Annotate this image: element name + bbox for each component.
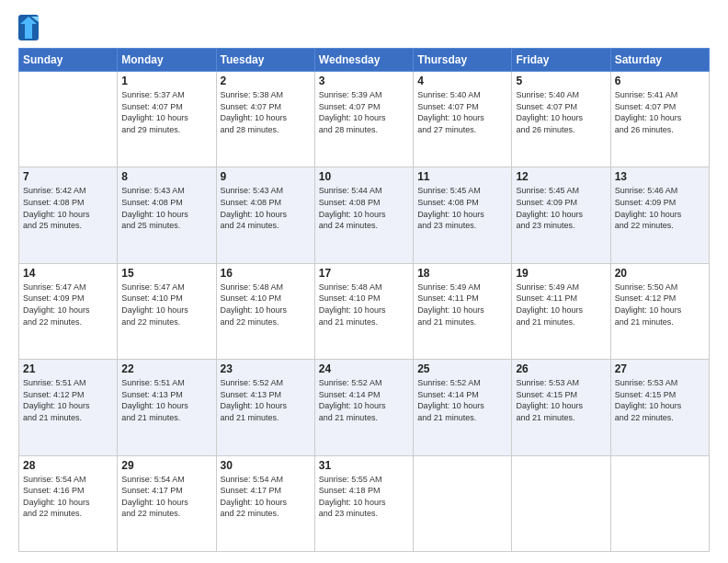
day-info: Sunrise: 5:43 AM Sunset: 4:08 PM Dayligh… — [221, 185, 311, 231]
day-number: 14 — [23, 267, 113, 280]
day-info: Sunrise: 5:37 AM Sunset: 4:07 PM Dayligh… — [121, 89, 211, 135]
day-number: 21 — [23, 362, 113, 375]
day-number: 6 — [615, 75, 705, 87]
day-number: 19 — [516, 267, 606, 280]
calendar-cell: 2Sunrise: 5:38 AM Sunset: 4:07 PM Daylig… — [216, 72, 314, 167]
day-info: Sunrise: 5:38 AM Sunset: 4:07 PM Dayligh… — [221, 89, 311, 135]
calendar-week-row: 21Sunrise: 5:51 AM Sunset: 4:12 PM Dayli… — [19, 360, 710, 455]
day-info: Sunrise: 5:47 AM Sunset: 4:09 PM Dayligh… — [23, 282, 113, 327]
calendar-cell: 18Sunrise: 5:49 AM Sunset: 4:11 PM Dayli… — [414, 263, 512, 359]
day-number: 30 — [221, 459, 311, 472]
day-info: Sunrise: 5:55 AM Sunset: 4:18 PM Dayligh… — [319, 474, 409, 520]
calendar-cell: 19Sunrise: 5:49 AM Sunset: 4:11 PM Dayli… — [512, 263, 610, 359]
day-number: 2 — [221, 75, 311, 87]
day-number: 31 — [319, 459, 409, 472]
calendar-cell: 9Sunrise: 5:43 AM Sunset: 4:08 PM Daylig… — [216, 167, 314, 263]
day-header-wednesday: Wednesday — [314, 49, 413, 72]
calendar-cell: 25Sunrise: 5:52 AM Sunset: 4:14 PM Dayli… — [414, 360, 512, 455]
day-number: 25 — [417, 362, 507, 375]
calendar-cell: 11Sunrise: 5:45 AM Sunset: 4:08 PM Dayli… — [414, 167, 512, 263]
page: SundayMondayTuesdayWednesdayThursdayFrid… — [0, 0, 728, 563]
header — [18, 15, 710, 40]
calendar-cell: 22Sunrise: 5:51 AM Sunset: 4:13 PM Dayli… — [118, 360, 216, 455]
day-info: Sunrise: 5:50 AM Sunset: 4:12 PM Dayligh… — [615, 282, 705, 327]
calendar-cell — [414, 455, 512, 551]
day-info: Sunrise: 5:46 AM Sunset: 4:09 PM Dayligh… — [615, 185, 705, 231]
day-info: Sunrise: 5:52 AM Sunset: 4:13 PM Dayligh… — [221, 377, 311, 423]
day-info: Sunrise: 5:53 AM Sunset: 4:15 PM Dayligh… — [615, 377, 705, 423]
day-info: Sunrise: 5:44 AM Sunset: 4:08 PM Dayligh… — [319, 185, 409, 231]
day-info: Sunrise: 5:47 AM Sunset: 4:10 PM Dayligh… — [121, 282, 211, 327]
calendar-cell: 12Sunrise: 5:45 AM Sunset: 4:09 PM Dayli… — [512, 167, 610, 263]
logo — [18, 15, 42, 40]
day-number: 26 — [516, 362, 606, 375]
day-header-saturday: Saturday — [610, 49, 709, 72]
day-number: 28 — [23, 459, 113, 472]
calendar-week-row: 7Sunrise: 5:42 AM Sunset: 4:08 PM Daylig… — [19, 167, 710, 263]
day-info: Sunrise: 5:48 AM Sunset: 4:10 PM Dayligh… — [221, 282, 311, 327]
calendar-cell: 5Sunrise: 5:40 AM Sunset: 4:07 PM Daylig… — [512, 72, 610, 167]
day-number: 5 — [516, 75, 606, 87]
day-number: 27 — [615, 362, 705, 375]
day-number: 15 — [121, 267, 211, 280]
calendar-table: SundayMondayTuesdayWednesdayThursdayFrid… — [18, 48, 710, 552]
calendar-cell — [512, 455, 610, 551]
calendar-cell: 6Sunrise: 5:41 AM Sunset: 4:07 PM Daylig… — [610, 72, 709, 167]
day-info: Sunrise: 5:40 AM Sunset: 4:07 PM Dayligh… — [516, 89, 606, 135]
day-number: 1 — [121, 75, 211, 87]
calendar-cell — [610, 455, 709, 551]
day-info: Sunrise: 5:42 AM Sunset: 4:08 PM Dayligh… — [23, 185, 113, 231]
day-number: 18 — [417, 267, 507, 280]
day-number: 29 — [121, 459, 211, 472]
day-number: 8 — [121, 170, 211, 183]
calendar-cell: 7Sunrise: 5:42 AM Sunset: 4:08 PM Daylig… — [19, 167, 118, 263]
calendar-week-row: 1Sunrise: 5:37 AM Sunset: 4:07 PM Daylig… — [19, 72, 710, 167]
calendar-cell: 1Sunrise: 5:37 AM Sunset: 4:07 PM Daylig… — [118, 72, 216, 167]
calendar-cell: 3Sunrise: 5:39 AM Sunset: 4:07 PM Daylig… — [314, 72, 413, 167]
calendar-header-row: SundayMondayTuesdayWednesdayThursdayFrid… — [19, 49, 710, 72]
day-info: Sunrise: 5:54 AM Sunset: 4:17 PM Dayligh… — [221, 474, 311, 520]
day-number: 16 — [221, 267, 311, 280]
day-info: Sunrise: 5:40 AM Sunset: 4:07 PM Dayligh… — [417, 89, 507, 135]
day-number: 20 — [615, 267, 705, 280]
calendar-cell: 15Sunrise: 5:47 AM Sunset: 4:10 PM Dayli… — [118, 263, 216, 359]
calendar-cell: 17Sunrise: 5:48 AM Sunset: 4:10 PM Dayli… — [314, 263, 413, 359]
day-number: 12 — [516, 170, 606, 183]
calendar-cell: 21Sunrise: 5:51 AM Sunset: 4:12 PM Dayli… — [19, 360, 118, 455]
day-number: 10 — [319, 170, 409, 183]
calendar-cell: 20Sunrise: 5:50 AM Sunset: 4:12 PM Dayli… — [610, 263, 709, 359]
day-number: 13 — [615, 170, 705, 183]
generalblue-logo-icon — [18, 15, 39, 40]
day-info: Sunrise: 5:52 AM Sunset: 4:14 PM Dayligh… — [319, 377, 409, 423]
day-number: 11 — [417, 170, 507, 183]
calendar-cell: 30Sunrise: 5:54 AM Sunset: 4:17 PM Dayli… — [216, 455, 314, 551]
day-info: Sunrise: 5:41 AM Sunset: 4:07 PM Dayligh… — [615, 89, 705, 135]
day-number: 3 — [319, 75, 409, 87]
calendar-cell: 24Sunrise: 5:52 AM Sunset: 4:14 PM Dayli… — [314, 360, 413, 455]
day-info: Sunrise: 5:54 AM Sunset: 4:17 PM Dayligh… — [121, 474, 211, 520]
day-info: Sunrise: 5:43 AM Sunset: 4:08 PM Dayligh… — [121, 185, 211, 231]
day-info: Sunrise: 5:45 AM Sunset: 4:08 PM Dayligh… — [417, 185, 507, 231]
calendar-cell: 29Sunrise: 5:54 AM Sunset: 4:17 PM Dayli… — [118, 455, 216, 551]
calendar-cell: 26Sunrise: 5:53 AM Sunset: 4:15 PM Dayli… — [512, 360, 610, 455]
calendar-cell — [19, 72, 118, 167]
calendar-cell: 13Sunrise: 5:46 AM Sunset: 4:09 PM Dayli… — [610, 167, 709, 263]
day-info: Sunrise: 5:51 AM Sunset: 4:13 PM Dayligh… — [121, 377, 211, 423]
day-info: Sunrise: 5:52 AM Sunset: 4:14 PM Dayligh… — [417, 377, 507, 423]
day-number: 9 — [221, 170, 311, 183]
day-number: 7 — [23, 170, 113, 183]
calendar-week-row: 14Sunrise: 5:47 AM Sunset: 4:09 PM Dayli… — [19, 263, 710, 359]
day-info: Sunrise: 5:53 AM Sunset: 4:15 PM Dayligh… — [516, 377, 606, 423]
day-header-friday: Friday — [512, 49, 610, 72]
day-info: Sunrise: 5:54 AM Sunset: 4:16 PM Dayligh… — [23, 474, 113, 520]
day-info: Sunrise: 5:39 AM Sunset: 4:07 PM Dayligh… — [319, 89, 409, 135]
calendar-cell: 27Sunrise: 5:53 AM Sunset: 4:15 PM Dayli… — [610, 360, 709, 455]
day-header-thursday: Thursday — [414, 49, 512, 72]
day-header-monday: Monday — [118, 49, 216, 72]
calendar-cell: 10Sunrise: 5:44 AM Sunset: 4:08 PM Dayli… — [314, 167, 413, 263]
calendar-cell: 23Sunrise: 5:52 AM Sunset: 4:13 PM Dayli… — [216, 360, 314, 455]
day-number: 23 — [221, 362, 311, 375]
day-info: Sunrise: 5:51 AM Sunset: 4:12 PM Dayligh… — [23, 377, 113, 423]
calendar-cell: 31Sunrise: 5:55 AM Sunset: 4:18 PM Dayli… — [314, 455, 413, 551]
day-header-tuesday: Tuesday — [216, 49, 314, 72]
